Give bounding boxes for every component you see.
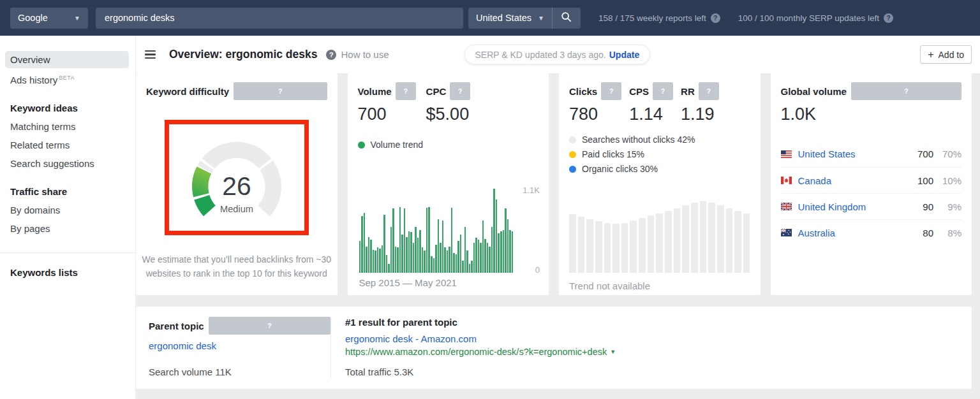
clicks-bar	[578, 217, 585, 273]
metric-label: Volume	[358, 86, 392, 97]
clicks-bar	[734, 211, 741, 273]
au-flag-icon	[781, 229, 792, 236]
legend-label: Searches without clicks 42%	[582, 134, 695, 145]
clicks-bar	[612, 224, 620, 273]
total-traffic: Total traffic 5.3K	[345, 366, 413, 377]
volume-bar	[471, 261, 473, 273]
volume-legend: Volume trend	[358, 140, 539, 150]
volume-bar	[507, 219, 509, 273]
legend-dot	[569, 136, 576, 143]
top-result-url[interactable]: https://www.amazon.com/ergonomic-desk/s?…	[345, 347, 959, 357]
country-list: United States70070%Canada10010%United Ki…	[781, 141, 962, 245]
volume-bar	[496, 200, 498, 273]
global-volume-card: Global volume ? 1.0K United States70070%…	[771, 73, 972, 295]
clicks-bar	[717, 205, 724, 273]
kd-note: We estimate that you’ll need backlinks f…	[141, 253, 332, 280]
beta-badge: BETA	[59, 75, 75, 81]
sidebar-item-ads-history[interactable]: Ads historyBETA	[5, 69, 129, 89]
parent-topic-link[interactable]: ergonomic desk	[149, 340, 330, 351]
metric-value: 780	[569, 105, 621, 124]
volume-bar	[417, 238, 419, 273]
legend-dot	[569, 151, 576, 158]
clicks-bar	[700, 201, 707, 273]
clicks-legend: Searches without clicks 42%Paid clicks 1…	[569, 134, 750, 174]
clicks-bar	[639, 218, 646, 273]
volume-bar	[361, 216, 363, 273]
sidebar-item-by-domains[interactable]: By domains	[5, 201, 129, 219]
kd-highlight-annotation: 26Medium	[165, 120, 309, 235]
volume-bar	[487, 243, 489, 273]
volume-bar	[392, 208, 394, 273]
top-result-link[interactable]: ergonomic desk - Amazon.com	[345, 333, 959, 344]
keyword-search-input[interactable]: ergonomic desks	[96, 8, 463, 29]
search-button[interactable]	[553, 8, 581, 29]
legend-label: Paid clicks 15%	[582, 149, 644, 159]
volume-bar	[386, 255, 388, 273]
search-icon	[561, 11, 572, 24]
sidebar-item-related-terms[interactable]: Related terms	[5, 136, 129, 154]
country-link[interactable]: Canada	[798, 175, 906, 186]
sidebar-toggle-button[interactable]	[141, 45, 160, 64]
clicks-bar	[665, 211, 672, 273]
country-link[interactable]: United Kingdom	[798, 201, 906, 212]
help-icon[interactable]: ?	[851, 82, 961, 100]
country-link[interactable]: United States	[798, 149, 906, 159]
volume-bar	[462, 261, 464, 273]
volume-bar	[408, 231, 410, 273]
sidebar-item-search-suggestions[interactable]: Search suggestions	[5, 155, 129, 172]
sidebar-item-matching-terms[interactable]: Matching terms	[5, 118, 129, 135]
volume-bar	[491, 227, 493, 273]
legend-paid-clicks-15: Paid clicks 15%	[569, 149, 750, 159]
metric-cps: CPS?1.14	[629, 82, 673, 124]
country-link[interactable]: Australia	[798, 228, 906, 238]
volume-bar	[442, 221, 444, 273]
volume-metrics: Volume?700CPC?$5.00	[358, 82, 539, 124]
help-icon[interactable]: ?	[209, 317, 330, 335]
clicks-bar	[682, 205, 689, 273]
top-result-title: #1 result for parent topic	[345, 317, 959, 328]
content-area: Keyword difficulty ? 26Medium We estimat…	[136, 73, 980, 399]
help-icon[interactable]: ?	[450, 82, 470, 100]
legend-dot	[358, 141, 365, 149]
legend-dot	[569, 166, 576, 173]
add-to-button[interactable]: + Add to	[920, 45, 972, 64]
sidebar-item-by-pages[interactable]: By pages	[5, 220, 129, 237]
volume-bar	[447, 250, 449, 273]
update-link[interactable]: Update	[609, 50, 639, 60]
metric-value: $5.00	[426, 105, 471, 124]
help-icon[interactable]: ?	[711, 13, 720, 23]
country-row-canada: Canada10010%	[781, 167, 962, 193]
sidebar-section-keyword-ideas: Keyword ideas	[0, 99, 135, 117]
volume-bar	[464, 227, 466, 273]
how-to-use-link[interactable]: ? How to use	[326, 49, 389, 60]
volume-bar	[368, 237, 370, 273]
help-icon[interactable]: ?	[884, 13, 893, 23]
volume-bar	[456, 254, 457, 273]
top-navigation-bar: Google ▼ ergonomic desks United States ▼…	[0, 0, 980, 36]
search-engine-select[interactable]: Google ▼	[10, 8, 88, 29]
clicks-bar	[674, 208, 681, 273]
metric-clicks: Clicks?780	[569, 82, 621, 124]
serp-updates-quota: 100 / 100 monthly SERP updates left ?	[738, 13, 893, 23]
help-icon[interactable]: ?	[601, 82, 621, 100]
country-row-australia: Australia808%	[781, 219, 962, 245]
country-select[interactable]: United States ▼	[468, 8, 552, 29]
volume-bar	[457, 241, 459, 273]
help-icon[interactable]: ?	[396, 82, 416, 100]
divider	[0, 252, 135, 253]
volume-bar	[503, 230, 505, 273]
metric-value: 1.14	[629, 105, 673, 124]
help-icon[interactable]: ?	[653, 82, 673, 100]
y-tick-zero: 0	[535, 265, 540, 275]
clicks-bar	[604, 223, 611, 273]
sidebar-section-traffic-share: Traffic share	[0, 183, 135, 200]
volume-bar	[383, 215, 385, 273]
clicks-card: Clicks?780CPS?1.14RR?1.19 Searches witho…	[559, 73, 761, 295]
metric-label: CPS	[629, 86, 649, 97]
volume-bar	[469, 264, 471, 273]
help-icon[interactable]: ?	[699, 82, 719, 100]
clicks-bar	[595, 221, 602, 273]
sidebar-item-overview[interactable]: Overview	[5, 51, 129, 68]
volume-bar	[440, 243, 442, 273]
help-icon[interactable]: ?	[234, 82, 327, 100]
